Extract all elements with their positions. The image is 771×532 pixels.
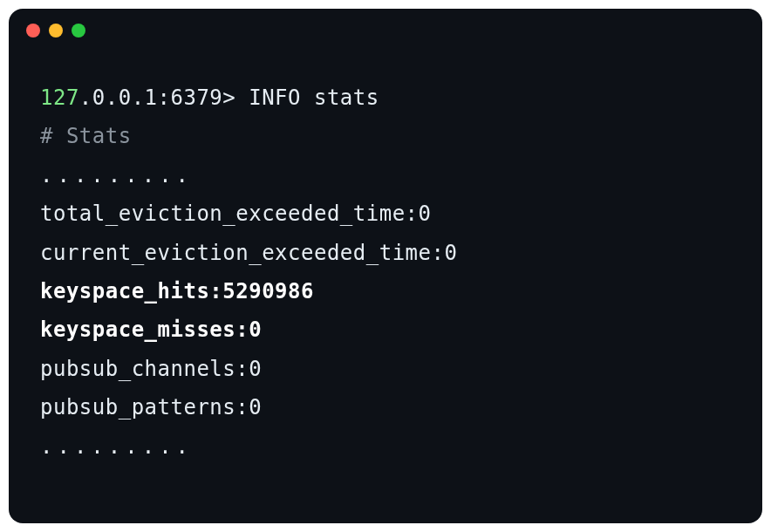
- output-line: pubsub_channels:0: [40, 350, 731, 388]
- stats-header-comment: # Stats: [40, 117, 731, 155]
- terminal-window: 127.0.0.1:6379> INFO stats # Stats .....…: [9, 9, 762, 523]
- output-lines: total_eviction_exceeded_time:0current_ev…: [40, 194, 731, 426]
- title-bar: [9, 9, 762, 52]
- prompt-line: 127.0.0.1:6379> INFO stats: [40, 78, 731, 117]
- output-line: current_eviction_exceeded_time:0: [40, 234, 731, 272]
- prompt-rest: .0.0.1:6379>: [79, 85, 235, 110]
- output-line: keyspace_hits:5290986: [40, 272, 731, 310]
- prompt-host: 127: [40, 85, 79, 110]
- output-line: pubsub_patterns:0: [40, 388, 731, 426]
- output-line: total_eviction_exceeded_time:0: [40, 194, 731, 233]
- ellipsis-line: .........: [40, 156, 731, 194]
- minimize-icon[interactable]: [49, 24, 63, 38]
- close-icon[interactable]: [26, 24, 40, 38]
- output-line: keyspace_misses:0: [40, 310, 731, 349]
- terminal-content[interactable]: 127.0.0.1:6379> INFO stats # Stats .....…: [9, 52, 762, 492]
- maximize-icon[interactable]: [72, 24, 85, 38]
- ellipsis-line: .........: [40, 427, 731, 466]
- command-text: INFO stats: [249, 85, 379, 110]
